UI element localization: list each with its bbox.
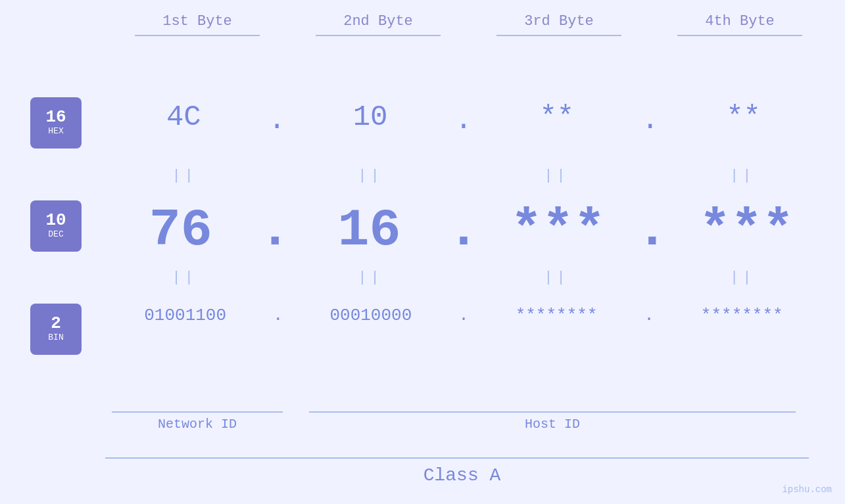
class-row: Class A xyxy=(105,457,819,486)
bin-val-1: 01001100 xyxy=(113,306,258,325)
eq2-3: || xyxy=(484,269,629,286)
host-id-label: Host ID xyxy=(309,417,796,432)
byte-header-2: 2nd Byte xyxy=(306,13,450,30)
bin-val-2: 00010000 xyxy=(299,306,443,325)
dec-val-3: *** xyxy=(485,200,630,260)
host-bracket: Host ID xyxy=(309,411,819,432)
dot-bin-2: . xyxy=(458,306,469,325)
watermark: ipshu.com xyxy=(782,484,832,495)
top-brackets xyxy=(107,35,831,36)
hex-val-4: ** xyxy=(671,101,816,133)
byte-header-1: 1st Byte xyxy=(125,13,270,30)
class-main-bracket xyxy=(105,457,809,459)
bin-badge-number: 2 xyxy=(51,315,61,332)
dot-bin-1: . xyxy=(273,306,283,325)
hex-val-1: 4C xyxy=(111,101,256,133)
bracket-1 xyxy=(135,35,260,36)
hex-badge-number: 16 xyxy=(45,108,66,126)
bin-val-3: ******** xyxy=(484,306,629,325)
dec-row: 76 . 16 . *** . *** xyxy=(105,200,822,260)
dec-val-2: 16 xyxy=(297,200,442,260)
dot-dec-3: . xyxy=(637,200,668,260)
dot-hex-2: . xyxy=(455,104,472,137)
dec-badge-label: DEC xyxy=(48,229,63,241)
network-id-label: Network ID xyxy=(112,417,283,432)
eq2-1: || xyxy=(112,269,257,286)
byte-headers: 1st Byte 2nd Byte 3rd Byte 4th Byte xyxy=(107,13,831,30)
dec-val-4: *** xyxy=(674,200,819,260)
dot-hex-3: . xyxy=(642,104,659,137)
dec-val-1: 76 xyxy=(109,200,253,260)
main-container: 1st Byte 2nd Byte 3rd Byte 4th Byte 16 H… xyxy=(0,0,845,504)
content-area: 4C . 10 . ** . ** || || || || 76 . 16 . … xyxy=(99,66,812,451)
hex-badge-label: HEX xyxy=(48,126,63,137)
byte-header-4: 4th Byte xyxy=(667,13,812,30)
hex-val-3: ** xyxy=(485,101,629,133)
bracket-3 xyxy=(496,35,621,36)
bin-badge-label: BIN xyxy=(48,332,63,344)
dec-badge: 10 DEC xyxy=(30,200,82,252)
hex-row: 4C . 10 . ** . ** xyxy=(105,97,822,137)
network-bracket: Network ID xyxy=(105,411,302,432)
bracket-2 xyxy=(316,35,441,36)
dot-hex-1: . xyxy=(268,104,285,137)
eq1-4: || xyxy=(670,168,815,184)
eq2-row: || || || || xyxy=(105,269,822,286)
network-bracket-line xyxy=(112,411,283,413)
bin-row: 01001100 . 00010000 . ******** . *******… xyxy=(105,306,822,325)
eq1-1: || xyxy=(112,168,257,184)
eq2-2: || xyxy=(299,269,443,286)
class-label: Class A xyxy=(105,465,819,486)
bottom-brackets-area: Network ID Host ID xyxy=(105,411,819,432)
dot-dec-2: . xyxy=(448,200,479,260)
bin-badge: 2 BIN xyxy=(30,304,82,355)
eq1-2: || xyxy=(299,168,443,184)
dec-badge-number: 10 xyxy=(45,212,66,229)
eq1-3: || xyxy=(484,168,629,184)
hex-val-2: 10 xyxy=(298,101,443,133)
dot-bin-3: . xyxy=(644,306,654,325)
bin-val-4: ******** xyxy=(669,306,814,325)
eq1-row: || || || || xyxy=(105,168,822,184)
host-bracket-line xyxy=(309,411,796,413)
byte-header-3: 3rd Byte xyxy=(487,13,631,30)
dot-dec-1: . xyxy=(259,200,291,260)
eq2-4: || xyxy=(670,269,815,286)
bracket-4 xyxy=(677,35,802,36)
hex-badge: 16 HEX xyxy=(30,97,82,149)
